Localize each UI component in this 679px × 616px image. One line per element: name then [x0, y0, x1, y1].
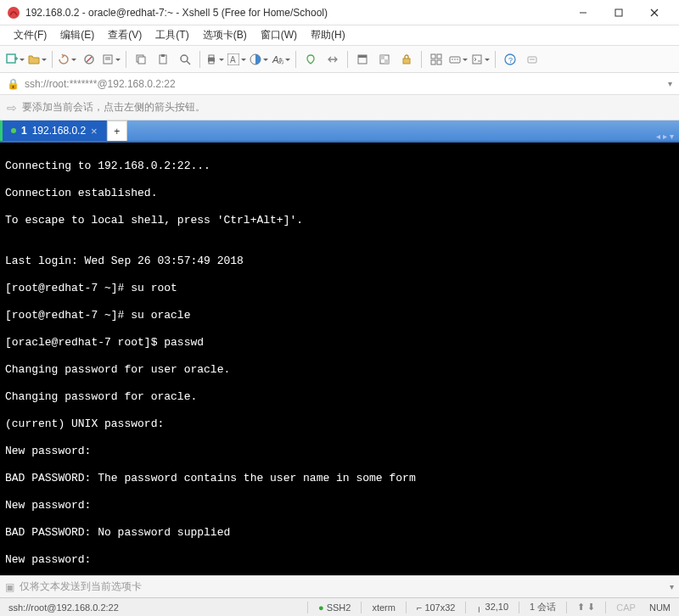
svg-point-38	[452, 59, 453, 60]
terminal-line: BAD PASSWORD: No password supplied	[5, 526, 674, 540]
menu-tools[interactable]: 工具(T)	[150, 26, 194, 44]
toolbar-separator	[126, 51, 126, 68]
menu-help[interactable]: 帮助(H)	[306, 26, 351, 44]
menu-file[interactable]: 文件(F)	[8, 26, 52, 44]
help-button[interactable]: ?	[500, 49, 520, 70]
status-separator	[307, 602, 308, 613]
keymap-button[interactable]	[448, 49, 469, 70]
protocol-icon: ●	[318, 602, 324, 613]
svg-rect-14	[138, 57, 145, 64]
copy-button[interactable]	[131, 49, 151, 70]
status-num: NUM	[646, 602, 674, 613]
properties-button[interactable]	[101, 49, 121, 70]
terminal-line: Last login: Wed Sep 26 03:57:49 2018	[5, 255, 674, 268]
terminal-line: New password:	[5, 499, 674, 512]
menu-edit[interactable]: 编辑(E)	[55, 26, 99, 44]
app-icon	[7, 6, 20, 20]
fullscreen-button[interactable]	[352, 49, 373, 70]
paste-button[interactable]	[153, 49, 173, 70]
tab-nav[interactable]: ◂ ▸ ▾	[651, 132, 679, 141]
tab-strip: 1 192.168.0.2 × + ◂ ▸ ▾	[0, 120, 679, 143]
status-term: xterm	[368, 602, 399, 613]
xagent-button[interactable]	[300, 49, 321, 70]
terminal-line: [root@redhat-7 ~]# su root	[5, 282, 674, 295]
terminal-line: (current) UNIX password:	[5, 417, 674, 431]
svg-rect-35	[431, 60, 435, 64]
terminal-line: Changing password for user oracle.	[5, 363, 674, 377]
menu-view[interactable]: 查看(V)	[103, 26, 147, 44]
terminal-line: Connection established.	[5, 187, 674, 200]
status-separator	[361, 602, 362, 613]
send-command-bar[interactable]: ▣ 仅将文本发送到当前选项卡 ▾	[0, 575, 679, 597]
font-button[interactable]: A	[227, 49, 247, 70]
lock-button[interactable]	[396, 49, 417, 70]
quick-command-button[interactable]	[522, 49, 542, 70]
svg-text:?: ?	[508, 56, 513, 64]
svg-rect-20	[209, 55, 214, 58]
tab-close-button[interactable]: ×	[91, 125, 98, 137]
menu-tabs[interactable]: 选项卡(B)	[198, 26, 252, 44]
status-sessions: 1 会话	[526, 601, 559, 613]
svg-point-39	[454, 59, 456, 60]
svg-point-0	[8, 7, 20, 19]
tile-button[interactable]	[426, 49, 446, 70]
toolbar-separator	[347, 51, 348, 68]
status-size: ⌐ 107x32	[413, 602, 459, 613]
svg-line-18	[187, 61, 190, 64]
tab-label: 192.168.0.2	[32, 125, 86, 137]
target-icon: ▣	[5, 581, 14, 593]
terminal-line: [root@redhat-7 ~]# su oracle	[5, 309, 674, 322]
status-separator	[406, 602, 407, 613]
svg-rect-31	[384, 59, 389, 64]
tab-number: 1	[21, 125, 27, 137]
svg-rect-5	[7, 54, 15, 63]
reconnect-button[interactable]	[57, 49, 77, 70]
color-button[interactable]	[249, 49, 269, 70]
svg-rect-30	[380, 55, 384, 59]
status-path: ssh://root@192.168.0.2:22	[5, 602, 300, 613]
toolbar-separator	[421, 51, 422, 68]
toolbar-separator	[199, 51, 200, 68]
status-separator	[465, 602, 466, 613]
close-button[interactable]	[637, 1, 672, 25]
xftp-button[interactable]	[323, 49, 343, 70]
dropdown-icon[interactable]: ▾	[668, 79, 672, 88]
svg-rect-21	[209, 61, 214, 64]
status-position: ╷ 32,10	[473, 602, 512, 613]
transparent-button[interactable]	[374, 49, 395, 70]
svg-text:A: A	[230, 55, 236, 64]
menu-window[interactable]: 窗口(W)	[255, 26, 302, 44]
open-button[interactable]	[27, 49, 48, 70]
minimize-button[interactable]	[565, 1, 601, 25]
dropdown-icon[interactable]: ▾	[670, 582, 674, 591]
svg-rect-33	[431, 54, 435, 59]
svg-rect-41	[473, 55, 481, 64]
address-bar[interactable]: 🔒 ssh://root:*******@192.168.0.2:22 ▾	[0, 73, 679, 95]
window-titlebar: 192.168.0.2 - oracle@redhat-7:~ - Xshell…	[0, 0, 679, 25]
menu-bar: 文件(F) 编辑(E) 查看(V) 工具(T) 选项卡(B) 窗口(W) 帮助(…	[0, 25, 679, 46]
new-session-button[interactable]	[5, 49, 25, 70]
svg-rect-16	[161, 54, 165, 57]
svg-rect-36	[437, 60, 441, 64]
position-icon: ╷	[476, 602, 482, 612]
print-button[interactable]	[205, 49, 225, 70]
disconnect-button[interactable]	[79, 49, 99, 70]
terminal-output[interactable]: Connecting to 192.168.0.2:22... Connecti…	[0, 143, 679, 575]
size-icon: ⌐	[417, 602, 422, 613]
tab-session-1[interactable]: 1 192.168.0.2 ×	[0, 120, 107, 141]
status-separator	[519, 602, 519, 613]
status-cap: CAP	[613, 602, 639, 613]
session-hint-bar: ⇨ 要添加当前会话，点击左侧的箭头按钮。	[0, 95, 679, 120]
svg-point-17	[181, 55, 188, 62]
terminal-line: Changing password for oracle.	[5, 390, 674, 404]
encoding-button[interactable]: Aあ	[271, 49, 291, 70]
add-session-icon[interactable]: ⇨	[7, 101, 17, 115]
address-text: ssh://root:*******@192.168.0.2:22	[25, 78, 176, 90]
status-bar: ssh://root@192.168.0.2:22 ● SSH2 xterm ⌐…	[0, 597, 679, 616]
find-button[interactable]	[175, 49, 195, 70]
terminal-line: BAD PASSWORD: The password contains the …	[5, 472, 674, 485]
script-button[interactable]	[470, 49, 491, 70]
maximize-button[interactable]	[601, 1, 637, 25]
svg-text:あ: あ	[278, 57, 283, 64]
new-tab-button[interactable]: +	[107, 120, 127, 141]
